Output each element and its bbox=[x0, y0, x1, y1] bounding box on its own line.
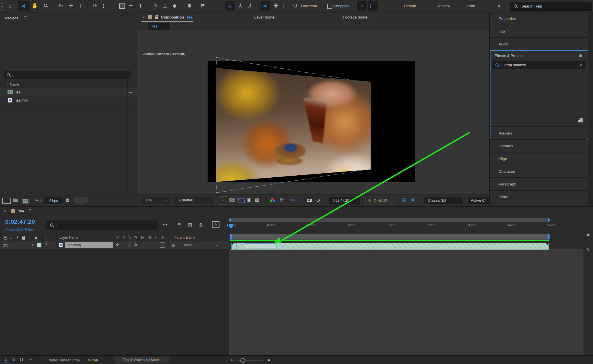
resolution-select[interactable]: (Quarter) ⌄ bbox=[175, 197, 213, 204]
snap-to-feature-toggle[interactable]: ↗ bbox=[357, 1, 367, 11]
take-snapshot-icon[interactable] bbox=[307, 199, 312, 202]
fast-previews-button[interactable]: ⚡ bbox=[219, 196, 227, 205]
layer-expand-icon[interactable]: › bbox=[32, 242, 33, 247]
workspace-overflow-button[interactable]: » bbox=[497, 3, 500, 8]
timeline-zoom-out-icon[interactable]: ▲ bbox=[230, 358, 233, 361]
comp-button-icon[interactable]: ✎ bbox=[586, 247, 590, 252]
project-search-dropdown-icon[interactable]: ⌄ bbox=[11, 73, 14, 76]
camera-region-tool[interactable] bbox=[100, 1, 111, 11]
project-menu-icon[interactable]: ☰ bbox=[24, 16, 27, 20]
parent-select[interactable]: None ⌄ bbox=[180, 242, 226, 248]
layer-name-column-header[interactable]: Layer Name bbox=[59, 236, 78, 240]
timeline-zoom-slider-track[interactable] bbox=[237, 360, 263, 361]
layer-fx-switch[interactable]: fx bbox=[134, 243, 137, 246]
comp-tab-name[interactable]: tea bbox=[187, 15, 193, 19]
tab-audio[interactable]: Audio bbox=[490, 38, 588, 50]
new-composition-icon[interactable] bbox=[23, 199, 28, 203]
magnification-select[interactable]: 25% ⌄ bbox=[141, 197, 170, 204]
renderer-select[interactable]: Classic 3D ⌄ bbox=[424, 197, 463, 204]
comp-tab-label[interactable]: Composition bbox=[161, 15, 184, 19]
toolbar-grip[interactable] bbox=[1, 2, 3, 10]
audio-column-icon[interactable]: ♪ bbox=[10, 235, 12, 240]
video-column-icon[interactable] bbox=[3, 236, 8, 240]
universal-move-tool[interactable]: ✚ bbox=[271, 1, 281, 11]
selection-tool[interactable]: ➤ bbox=[18, 1, 30, 11]
solo-column-icon[interactable]: ● bbox=[17, 235, 19, 239]
timeline-zoom-in-icon[interactable]: ▲ bbox=[267, 357, 271, 362]
adjustment-column-icon[interactable]: ◐ bbox=[155, 235, 157, 239]
navigator-start-handle[interactable] bbox=[229, 218, 231, 222]
effects-column-icon[interactable]: ╲ bbox=[129, 235, 131, 239]
trash-icon[interactable]: 🗑 bbox=[65, 197, 70, 202]
search-help-input[interactable]: Search Help bbox=[510, 2, 592, 11]
effects-panel-menu-icon[interactable]: ☰ bbox=[579, 54, 582, 58]
snap-bounds-toggle[interactable] bbox=[368, 1, 378, 11]
transparency-grid-icon[interactable] bbox=[229, 198, 235, 202]
workspace-tab-default[interactable]: Default bbox=[404, 4, 416, 8]
comp-panel-menu-icon[interactable]: ☰ bbox=[196, 15, 199, 19]
project-item-tea[interactable]: tea ⊶ bbox=[0, 88, 137, 96]
region-of-interest-icon[interactable] bbox=[237, 198, 245, 203]
tab-preview[interactable]: Preview bbox=[490, 126, 587, 140]
comp-tab-close-icon[interactable]: × bbox=[142, 15, 145, 20]
work-area-end-handle[interactable] bbox=[548, 234, 550, 240]
tab-character[interactable]: Character bbox=[490, 165, 587, 178]
hand-tool[interactable]: ✋ bbox=[29, 1, 41, 11]
view-camera-select[interactable]: Active C bbox=[468, 197, 489, 204]
effects-search-input[interactable]: ⌄ drop shadow ✕ bbox=[492, 61, 585, 69]
footage-panel-tab[interactable]: Footage (none) bbox=[343, 15, 369, 19]
show-snapshot-icon[interactable]: ⊙ bbox=[316, 197, 320, 203]
project-item-tea-mov[interactable]: tea.mov bbox=[0, 96, 137, 105]
layer-3d-switch[interactable]: ◇ bbox=[160, 242, 165, 248]
timeline-tab-label[interactable]: tea bbox=[19, 209, 24, 213]
lock-column-icon[interactable] bbox=[22, 237, 25, 240]
universal-scale-tool[interactable] bbox=[281, 1, 291, 11]
shy-column-icon[interactable]: ☉ bbox=[116, 235, 119, 239]
expand-layer-switches-icon[interactable]: ⧉ bbox=[3, 357, 9, 363]
frame-blend-column-icon[interactable]: ▤ bbox=[141, 235, 144, 239]
local-axis-mode[interactable]: ⅄ bbox=[225, 1, 235, 11]
render-time-icon[interactable]: ✑ bbox=[28, 357, 32, 362]
home-tool[interactable]: ⌂ bbox=[4, 1, 16, 11]
workspace-tab-learn[interactable]: Learn bbox=[466, 4, 475, 8]
layer-video-toggle[interactable] bbox=[3, 244, 8, 247]
comp-viewer-tab-tea[interactable]: tea bbox=[148, 23, 170, 30]
view-axis-mode[interactable]: ⅄ bbox=[246, 1, 255, 11]
snapping-checkbox[interactable] bbox=[327, 4, 332, 10]
number-column-header[interactable]: # bbox=[45, 236, 47, 240]
universal-selection-tool[interactable]: ➤ bbox=[261, 1, 270, 11]
type-tool[interactable]: T bbox=[135, 1, 146, 11]
parent-link-column-header[interactable]: Parent & Link bbox=[174, 236, 195, 240]
exposure-value[interactable]: +0,0 bbox=[289, 198, 296, 202]
new-folder-icon[interactable] bbox=[13, 199, 18, 202]
layer-anchor-switch[interactable]: ✥ bbox=[116, 243, 119, 247]
tab-libraries[interactable]: Libraries bbox=[490, 140, 587, 152]
ground-plane-icon[interactable]: ▣ bbox=[411, 197, 416, 203]
label-column-icon[interactable]: ◆ bbox=[35, 236, 38, 240]
rotate-tool[interactable]: ↺ bbox=[89, 1, 101, 11]
timeline-draft3d-icon[interactable]: ☂ bbox=[177, 222, 181, 227]
timeline-menu-icon[interactable]: ☰ bbox=[28, 209, 32, 213]
view-layout-icon[interactable]: ▦ bbox=[402, 197, 406, 203]
video-layer[interactable] bbox=[216, 68, 371, 182]
time-navigator[interactable] bbox=[229, 218, 550, 222]
interpret-footage-icon[interactable] bbox=[2, 198, 11, 204]
universal-rotate-tool[interactable]: ↺ bbox=[290, 1, 300, 11]
time-ruler[interactable]: 47:20f 48:20f 49:20f 50:20f 51:20f 52:20… bbox=[229, 223, 583, 233]
project-search-input[interactable]: ⌄ bbox=[3, 71, 131, 79]
project-settings-icon[interactable]: ✦⏻ bbox=[35, 198, 42, 203]
fx-column-icon[interactable]: fx bbox=[134, 235, 137, 239]
tab-paint[interactable]: Paint bbox=[490, 191, 587, 203]
grid-guides-icon[interactable]: ▦ bbox=[255, 197, 259, 203]
effects-search-clear-icon[interactable]: ✕ bbox=[580, 63, 583, 67]
flowchart-icon[interactable]: ⊶ bbox=[129, 90, 132, 94]
tab-info[interactable]: Info bbox=[490, 25, 588, 38]
layer-quality-switch[interactable]: ╱ bbox=[129, 243, 131, 247]
motion-tracker-tool[interactable]: ⚑ bbox=[197, 1, 208, 11]
workspace-tab-review[interactable]: Review bbox=[438, 4, 450, 8]
effects-panel-title[interactable]: Effects & Presets bbox=[495, 54, 523, 58]
graph-editor-icon[interactable]: ∿ bbox=[212, 221, 219, 228]
dolly-camera-tool[interactable]: ↕ bbox=[75, 1, 86, 11]
timeline-zoom-slider-knob[interactable] bbox=[240, 358, 245, 363]
world-axis-mode[interactable]: ⅄ bbox=[236, 1, 245, 11]
